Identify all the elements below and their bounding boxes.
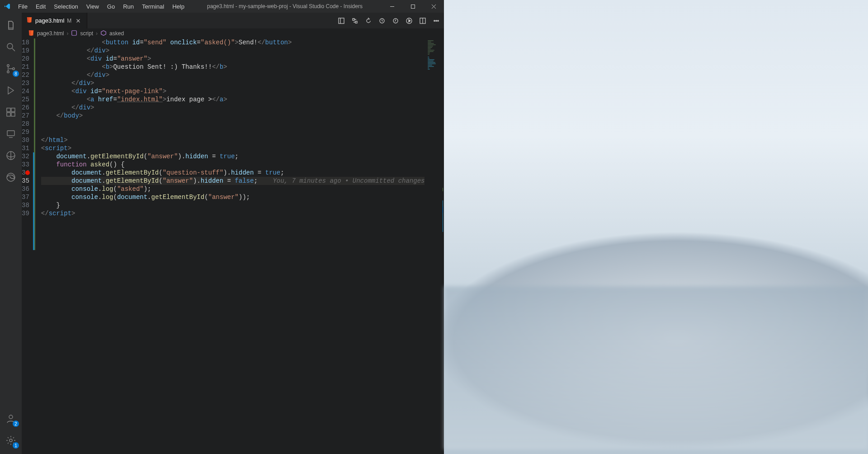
code-line[interactable]: </div> — [41, 104, 425, 112]
code-line[interactable]: <button id="send" onclick="asked()">Send… — [41, 38, 425, 47]
more-actions-icon[interactable] — [431, 16, 441, 26]
code-line[interactable]: <a href="index.html">index page ></a> — [41, 95, 425, 104]
line-number[interactable]: 23 — [22, 79, 29, 87]
code-line[interactable]: </div> — [41, 79, 425, 87]
layout-toggle-icon[interactable] — [336, 16, 346, 26]
code-line[interactable]: <script> — [41, 144, 425, 152]
run-icon[interactable] — [404, 16, 414, 26]
code-line[interactable]: console.log(document.getElementById("ans… — [41, 193, 425, 201]
svg-point-7 — [7, 71, 9, 72]
code-line[interactable]: document.getElementById("question-stuff"… — [41, 169, 425, 177]
svg-rect-10 — [11, 108, 15, 112]
line-number[interactable]: 36 — [22, 185, 29, 193]
line-number[interactable]: 24 — [22, 87, 29, 95]
breadcrumb-script[interactable]: script — [80, 30, 93, 37]
line-number[interactable]: 32 — [22, 152, 29, 161]
svg-rect-12 — [11, 113, 15, 116]
code-content[interactable]: <button id="send" onclick="asked()">Send… — [41, 38, 425, 454]
line-number[interactable]: 26 — [22, 104, 29, 112]
files-icon — [5, 20, 16, 32]
code-line[interactable]: <div id="answer"> — [41, 55, 425, 63]
line-number[interactable]: 22 — [22, 71, 29, 79]
code-line[interactable]: </div> — [41, 47, 425, 55]
activity-settings[interactable]: 1 — [0, 430, 22, 451]
menu-edit[interactable]: Edit — [32, 1, 49, 12]
menu-file[interactable]: File — [14, 1, 31, 12]
extensions-icon — [5, 107, 16, 119]
line-number[interactable]: 25 — [22, 95, 29, 104]
code-line[interactable]: </body> — [41, 112, 425, 120]
line-number[interactable]: 35 — [22, 177, 29, 185]
menu-terminal[interactable]: Terminal — [138, 1, 168, 12]
revert-icon[interactable] — [363, 16, 373, 26]
maximize-button[interactable] — [402, 0, 423, 13]
activity-accounts[interactable]: 2 — [0, 409, 22, 430]
tab-close-button[interactable] — [74, 17, 82, 25]
line-number[interactable]: 39 — [22, 209, 29, 218]
code-line[interactable]: </html> — [41, 136, 425, 144]
menu-selection[interactable]: Selection — [50, 1, 81, 12]
menu-help[interactable]: Help — [169, 1, 188, 12]
minimap[interactable] — [425, 38, 442, 454]
prev-change-icon[interactable] — [377, 16, 387, 26]
svg-rect-9 — [7, 108, 10, 112]
line-number[interactable]: 27 — [22, 112, 29, 120]
line-number[interactable]: 33 — [22, 161, 29, 169]
html-file-icon — [28, 30, 34, 38]
breadcrumb-file[interactable]: page3.html — [37, 30, 64, 37]
remote-icon — [5, 128, 16, 141]
code-line[interactable]: </div> — [41, 71, 425, 79]
activity-edge[interactable] — [0, 167, 22, 188]
tab-page3[interactable]: page3.html M — [22, 13, 87, 28]
activity-search[interactable] — [0, 37, 22, 58]
code-line[interactable]: } — [41, 201, 425, 209]
code-line[interactable] — [41, 128, 425, 136]
code-line[interactable]: function asked() { — [41, 161, 425, 169]
menu-go[interactable]: Go — [104, 1, 118, 12]
code-line[interactable]: <b>Question Sent! :) Thanks!!</b> — [41, 63, 425, 71]
svg-rect-21 — [339, 18, 344, 24]
line-number-gutter[interactable]: 1819202122232425262728293031323334353637… — [22, 38, 41, 454]
titlebar[interactable]: File Edit Selection View Go Run Terminal… — [0, 0, 444, 13]
activity-live-share[interactable] — [0, 146, 22, 166]
vscode-logo-icon — [4, 3, 11, 10]
line-number[interactable]: 29 — [22, 128, 29, 136]
line-number[interactable]: 30 — [22, 136, 29, 144]
line-number[interactable]: 31 — [22, 144, 29, 152]
code-line[interactable]: document.getElementById("answer").hidden… — [41, 152, 425, 161]
activity-scm[interactable]: 8 — [0, 59, 22, 80]
menu-run[interactable]: Run — [119, 1, 137, 12]
play-bug-icon — [5, 85, 16, 97]
diff-icon[interactable] — [350, 16, 360, 26]
next-change-icon[interactable] — [391, 16, 401, 26]
breadcrumb-function[interactable]: asked — [109, 30, 124, 37]
svg-point-8 — [13, 67, 14, 69]
code-line[interactable]: console.log("asked"); — [41, 185, 425, 193]
minimize-button[interactable] — [382, 0, 402, 13]
svg-point-30 — [438, 20, 439, 21]
activity-extensions[interactable] — [0, 102, 22, 123]
line-number[interactable]: 21 — [22, 63, 29, 71]
split-editor-icon[interactable] — [418, 16, 428, 26]
line-number[interactable]: 19 — [22, 47, 29, 55]
git-blame-lens: You, 7 minutes ago • Uncommitted changes — [273, 177, 425, 184]
line-number[interactable]: 20 — [22, 55, 29, 63]
line-number[interactable]: 28 — [22, 120, 29, 128]
activity-remote[interactable] — [0, 124, 22, 145]
code-editor[interactable]: 1819202122232425262728293031323334353637… — [22, 38, 444, 454]
code-line[interactable] — [41, 120, 425, 128]
activity-debug[interactable] — [0, 80, 22, 101]
activity-explorer[interactable] — [0, 15, 22, 36]
close-window-button[interactable] — [423, 0, 444, 13]
breadcrumb[interactable]: page3.html › script › asked — [22, 28, 444, 38]
live-share-icon — [5, 150, 16, 162]
menu-view[interactable]: View — [83, 1, 103, 12]
line-number[interactable]: 37 — [22, 193, 29, 201]
line-number[interactable]: 38 — [22, 201, 29, 209]
editor-actions — [336, 13, 444, 28]
breakpoint-icon[interactable] — [25, 170, 30, 175]
line-number[interactable]: 18 — [22, 38, 29, 47]
code-line[interactable]: </script> — [41, 209, 425, 218]
code-line[interactable]: document.getElementById("answer").hidden… — [41, 177, 425, 185]
code-line[interactable]: <div id="next-page-link"> — [41, 87, 425, 95]
